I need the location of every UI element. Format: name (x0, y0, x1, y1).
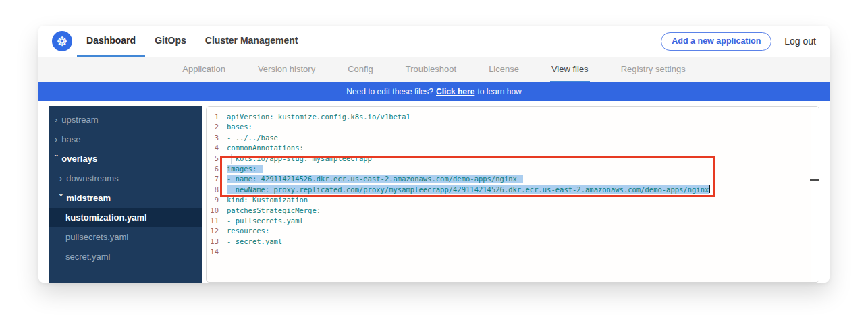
file-tree-item-secret-yaml[interactable]: secret.yaml (49, 247, 202, 266)
file-tree-label: secret.yaml (65, 252, 110, 262)
code-text: resources: (227, 227, 269, 235)
chevron-down-icon: ˇ (55, 154, 57, 163)
code-line[interactable]: 2bases: (207, 122, 819, 132)
line-number: 11 (207, 216, 219, 226)
application-tabs-nav: ApplicationVersion historyConfigTroubles… (38, 57, 830, 82)
code-area: 1apiVersion: kustomize.config.k8s.io/v1b… (207, 107, 819, 257)
line-number: 9 (207, 195, 219, 205)
tab-registry-settings[interactable]: Registry settings (620, 57, 687, 82)
line-number: 5 (207, 154, 219, 164)
file-tree-item-downstreams[interactable]: ›downstreams (49, 169, 202, 188)
code-line[interactable]: 13- secret.yaml (207, 237, 819, 247)
tab-version-history[interactable]: Version history (256, 57, 317, 82)
add-new-application-button[interactable]: Add a new application (661, 32, 771, 51)
kubernetes-logo-icon: ☸ (52, 31, 72, 51)
code-line-text: newName: proxy.replicated.com/proxy/mysa… (227, 185, 710, 195)
line-number: 2 (207, 122, 219, 132)
code-line-text: patchesStrategicMerge: (227, 206, 321, 216)
file-tree-item-base[interactable]: ›base (49, 129, 202, 149)
admin-console-window: ☸ DashboardGitOpsCluster Management Add … (38, 26, 830, 283)
file-tree-item-midstream[interactable]: ˇmidstream (49, 188, 202, 208)
line-number: 6 (207, 164, 219, 174)
code-line-text: - pullsecrets.yaml (227, 216, 304, 226)
chevron-right-icon: › (55, 135, 57, 144)
banner-click-here-link[interactable]: Click here (436, 87, 474, 96)
code-line[interactable]: 11- pullsecrets.yaml (207, 216, 819, 226)
topnav-tab-dashboard[interactable]: Dashboard (77, 26, 145, 57)
file-tree-item-pullsecrets-yaml[interactable]: pullsecrets.yaml (49, 227, 202, 247)
code-text: bases: (227, 123, 252, 131)
code-line[interactable]: 3- ../../base (207, 133, 819, 143)
topnav-tab-gitops[interactable]: GitOps (145, 26, 196, 57)
file-tree-label: upstream (61, 115, 98, 125)
code-line[interactable]: 7- name: 429114214526.dkr.ecr.us-east-2.… (207, 174, 819, 184)
code-line-text: - ../../base (227, 133, 278, 143)
code-text: patchesStrategicMerge: (227, 206, 321, 214)
primary-nav: DashboardGitOpsCluster Management (77, 26, 308, 57)
code-line[interactable]: 1apiVersion: kustomize.config.k8s.io/v1b… (207, 112, 819, 122)
view-files-content: ›upstream›baseˇoverlays›downstreamsˇmids… (38, 101, 830, 283)
code-line-text: kots.io/app-slug: mysampleecrapp (227, 154, 372, 164)
line-number: 4 (207, 143, 219, 153)
file-tree-item-overlays[interactable]: ˇoverlays (49, 149, 202, 169)
line-number: 14 (207, 247, 219, 257)
yaml-code-editor[interactable]: 1apiVersion: kustomize.config.k8s.io/v1b… (206, 106, 819, 283)
code-line-text: apiVersion: kustomize.config.k8s.io/v1be… (227, 112, 410, 122)
file-tree-label: midstream (66, 193, 111, 203)
file-tree-label: pullsecrets.yaml (65, 232, 128, 242)
tab-view-files[interactable]: View files (550, 57, 590, 82)
banner-text-after: to learn how (477, 87, 521, 96)
file-tree-item-kustomization-yaml[interactable]: kustomization.yaml (49, 208, 202, 227)
tab-application[interactable]: Application (181, 57, 227, 82)
code-line[interactable]: 5 kots.io/app-slug: mysampleecrapp (207, 154, 819, 164)
file-tree-sidebar: ›upstream›baseˇoverlays›downstreamsˇmids… (49, 106, 202, 283)
code-text: - pullsecrets.yaml (227, 216, 304, 225)
file-tree-label: kustomization.yaml (65, 212, 147, 223)
code-line-text: commonAnnotations: (227, 143, 304, 153)
file-tree-label: overlays (61, 154, 97, 164)
helm-wheel-glyph: ☸ (56, 34, 67, 49)
code-text: kots.io/app-slug: mysampleecrapp (231, 154, 372, 163)
code-line-text: resources: (227, 226, 269, 236)
code-text: kind: Kustomization (227, 196, 308, 204)
code-line-text: kind: Kustomization (227, 195, 308, 205)
line-number: 7 (207, 174, 219, 184)
file-tree-label: base (61, 134, 80, 144)
code-line[interactable]: 9kind: Kustomization (207, 195, 819, 205)
code-line[interactable]: 8 newName: proxy.replicated.com/proxy/my… (207, 185, 819, 195)
file-tree-label: downstreams (66, 173, 118, 183)
tab-config[interactable]: Config (346, 57, 375, 82)
chevron-right-icon: › (59, 174, 62, 183)
tab-troubleshoot[interactable]: Troubleshoot (404, 57, 458, 82)
editor-scrollbar[interactable] (811, 107, 819, 282)
line-number: 8 (207, 185, 219, 195)
file-tree-item-upstream[interactable]: ›upstream (49, 110, 202, 129)
code-line-text: - secret.yaml (227, 237, 282, 247)
code-text: - ../../base (227, 134, 278, 142)
tab-license[interactable]: License (487, 57, 520, 82)
code-line[interactable]: 10patchesStrategicMerge: (207, 206, 819, 216)
line-number: 1 (207, 112, 219, 122)
edit-files-banner: Need to edit these files? Click here to … (38, 82, 830, 101)
selected-text: images: (227, 165, 263, 173)
top-navbar: ☸ DashboardGitOpsCluster Management Add … (38, 26, 830, 57)
page-background: ☸ DashboardGitOpsCluster Management Add … (0, 0, 868, 321)
line-number: 12 (207, 226, 219, 236)
code-line[interactable]: 14 (207, 247, 819, 257)
code-text: apiVersion: kustomize.config.k8s.io/v1be… (227, 113, 410, 121)
line-number: 13 (207, 237, 219, 247)
chevron-right-icon: › (55, 115, 57, 124)
topnav-tab-cluster-management[interactable]: Cluster Management (196, 26, 308, 57)
logout-link[interactable]: Log out (784, 36, 816, 47)
code-line[interactable]: 12resources: (207, 226, 819, 236)
scrollbar-marker (810, 179, 819, 181)
chevron-down-icon: ˇ (59, 194, 62, 202)
line-number: 3 (207, 133, 219, 143)
code-line[interactable]: 6images: (207, 164, 819, 174)
banner-text-before: Need to edit these files? (346, 87, 433, 96)
code-line[interactable]: 4commonAnnotations: (207, 143, 819, 153)
code-line-text: bases: (227, 122, 252, 132)
selected-text: - name: 429114214526.dkr.ecr.us-east-2.a… (227, 175, 523, 183)
code-text: - secret.yaml (227, 237, 282, 245)
code-text: commonAnnotations: (227, 144, 304, 152)
